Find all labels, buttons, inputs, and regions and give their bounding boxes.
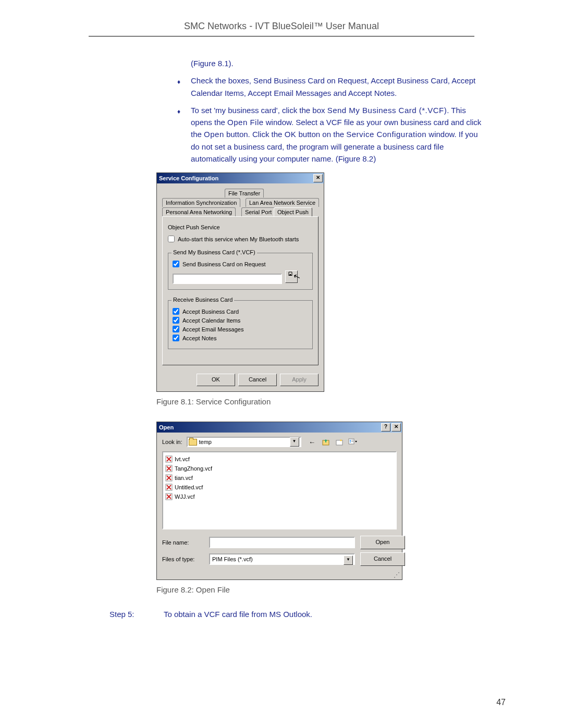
panel-heading: Object Push Service [168,224,313,230]
svg-rect-3 [350,440,351,441]
tab-lan[interactable]: Lan Area Network Service [246,198,319,207]
close-icon[interactable]: ✕ [391,423,401,431]
accept-calendar-checkbox[interactable] [173,317,179,324]
file-list-pane[interactable]: Ivt.vcf TangZhong.vcf tian.vcf Untitled.… [162,451,397,529]
accept-card-checkbox[interactable] [173,308,179,315]
svg-rect-4 [350,441,351,442]
chevron-down-icon[interactable]: ▼ [344,556,353,565]
figure-caption-1: Figure 8.1: Service Configuration [156,397,506,406]
open-toolbar: Look in: temp ▼ ← [157,433,402,449]
accept-notes-label: Accept Notes [182,335,216,341]
figure-caption-2: Figure 8.2: Open File [156,585,506,594]
file-item[interactable]: Untitled.vcf [165,483,394,492]
file-item[interactable]: TangZhong.vcf [165,464,394,473]
tab-serial[interactable]: Serial Port [241,207,275,216]
accept-card-label: Accept Business Card [182,309,239,315]
accept-calendar-row[interactable]: Accept Calendar Items [173,317,308,324]
autostart-label: Auto-start this service when My Bluetoot… [178,236,299,242]
autostart-checkbox[interactable] [168,236,175,242]
chevron-down-icon[interactable]: ▼ [290,437,299,447]
apply-button[interactable]: Apply [280,374,319,386]
autostart-checkbox-row[interactable]: Auto-start this service when My Bluetoot… [168,236,313,242]
resize-grip-icon[interactable]: ⋰ [157,572,402,579]
bullet-item: ♦ To set 'my business card', click the b… [177,104,485,165]
svg-rect-5 [351,440,353,440]
send-on-request-checkbox[interactable] [173,261,179,267]
filename-input[interactable] [209,537,355,548]
page-number: 47 [496,698,506,707]
dialog-title: Open [159,424,380,430]
vcf-file-icon [165,455,173,463]
close-icon[interactable]: ✕ [313,174,323,182]
lookin-combo[interactable]: temp ▼ [187,437,301,447]
filetype-value: PIM Files (*.vcf) [212,556,253,562]
receive-card-group: Receive Business Card Accept Business Ca… [168,300,313,349]
tab-info-sync[interactable]: Information Synchronization [162,198,240,207]
accept-calendar-label: Accept Calendar Items [182,317,240,324]
service-configuration-dialog: Service Configuration ✕ File Transfer In… [156,172,324,392]
file-name: tian.vcf [175,475,193,481]
filename-label: File name: [162,539,204,546]
cancel-button[interactable]: Cancel [360,552,405,566]
open-file-dialog: Open ? ✕ Look in: temp ▼ ← [156,422,402,580]
accept-email-row[interactable]: Accept Email Messages [173,326,308,332]
file-name: Untitled.vcf [175,484,203,490]
up-one-level-icon[interactable] [321,437,331,447]
open-button[interactable]: Open [360,536,405,549]
back-icon[interactable]: ← [308,437,317,447]
send-on-request-label: Send Business Card on Request [182,261,266,267]
svg-rect-1 [336,440,342,445]
bullet-diamond-icon: ♦ [177,77,180,87]
tab-object-push[interactable]: Object Push [274,207,312,216]
send-on-request-row[interactable]: Send Business Card on Request [173,261,308,267]
filetype-select[interactable]: PIM Files (*.vcf) ▼ [209,553,355,565]
dialog-title: Service Configuration [159,175,313,181]
step-label: Step 5: [109,610,162,619]
folder-icon [189,439,197,446]
file-item[interactable]: WJJ.vcf [165,492,394,501]
send-card-legend: Send My Business Card (*.VCF) [172,249,257,255]
tab-strip: File Transfer Information Synchronizatio… [162,189,319,207]
file-item[interactable]: Ivt.vcf [165,454,394,464]
vcf-file-icon [165,484,173,491]
vcf-file-icon [165,474,173,482]
accept-email-label: Accept Email Messages [182,326,243,332]
vcf-file-icon [165,465,173,472]
filetype-label: Files of type: [162,556,204,562]
lookin-value: temp [199,439,212,445]
file-name: Ivt.vcf [175,456,190,462]
svg-rect-6 [351,441,353,442]
vcf-path-input[interactable] [173,274,282,284]
send-card-group: Send My Business Card (*.VCF) Send Busin… [168,253,313,290]
ok-button[interactable]: OK [197,374,235,386]
view-menu-icon[interactable] [348,437,358,447]
bullet-text: Check the boxes, Send Business Card on R… [191,76,475,97]
accept-email-checkbox[interactable] [173,326,179,332]
help-icon[interactable]: ? [381,423,390,431]
figure-ref: (Figure 8.1). [191,57,485,69]
accept-card-row[interactable]: Accept Business Card [173,308,308,315]
tab-panel-object-push: Object Push Service Auto-start this serv… [162,216,319,365]
file-item[interactable]: tian.vcf [165,473,394,483]
receive-card-legend: Receive Business Card [172,297,234,303]
dialog-button-row: OK Cancel Apply [157,369,324,391]
bullet-diamond-icon: ♦ [177,107,180,117]
cancel-button[interactable]: Cancel [238,374,277,386]
file-name: WJJ.vcf [175,493,195,500]
new-folder-icon[interactable] [335,437,344,447]
step-text: To obtain a VCF card file from MS Outloo… [164,610,312,619]
step-line: Step 5: To obtain a VCF card file from M… [109,610,506,619]
dialog-titlebar[interactable]: Service Configuration ✕ [157,173,324,183]
accept-notes-checkbox[interactable] [173,335,179,341]
body-text-block: (Figure 8.1). ♦ Check the boxes, Send Bu… [177,57,485,165]
bullet-text: To set 'my business card', click the box… [191,106,481,163]
dialog-titlebar[interactable]: Open ? ✕ [157,422,402,433]
lookin-label: Look in: [162,439,182,445]
tab-file-transfer[interactable]: File Transfer [225,189,264,198]
accept-notes-row[interactable]: Accept Notes [173,335,308,341]
page-header: SMC Networks - IVT BlueSoleil™ User Manu… [89,21,474,36]
bullet-item: ♦ Check the boxes, Send Business Card on… [177,75,485,99]
vcf-file-icon [165,493,173,500]
file-name: TangZhong.vcf [175,465,212,472]
tab-pan[interactable]: Personal Area Networking [162,207,236,216]
